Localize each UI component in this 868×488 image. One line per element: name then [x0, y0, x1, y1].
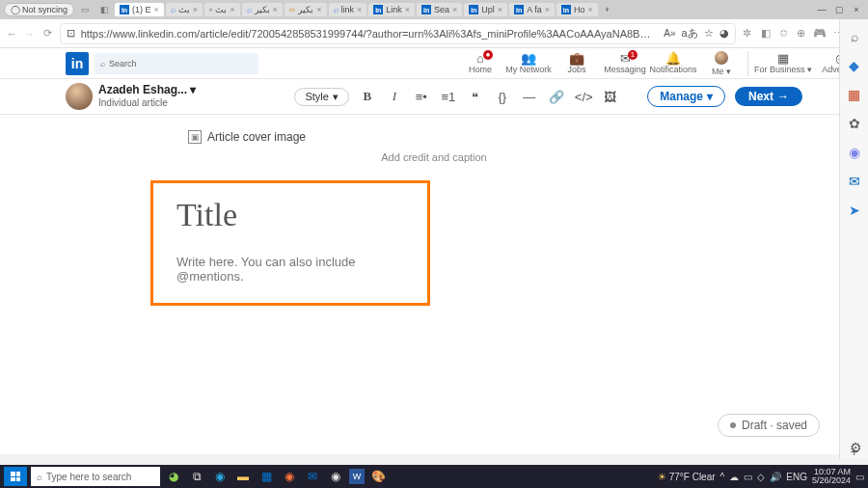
- linkedin-search[interactable]: ⌕ Search: [95, 53, 258, 74]
- credit-caption-input[interactable]: Add credit and caption: [0, 151, 868, 163]
- nav-home[interactable]: ⌂●Home: [456, 52, 504, 74]
- manage-button[interactable]: Manage▾: [647, 86, 725, 107]
- site-info-icon[interactable]: ⊡: [67, 27, 75, 40]
- author-block[interactable]: Azadeh Eshag... ▾ Individual article: [66, 83, 196, 110]
- browser-tab[interactable]: inLink×: [368, 3, 415, 16]
- taskbar-search[interactable]: ⌕Type here to search: [31, 467, 160, 486]
- linkedin-favicon-icon: in: [514, 5, 524, 14]
- italic-button[interactable]: I: [386, 89, 403, 104]
- browser-tab[interactable]: ⌕بكير×: [242, 3, 283, 16]
- close-icon[interactable]: ×: [357, 5, 362, 14]
- close-icon[interactable]: ×: [587, 5, 592, 14]
- tools-sidebar-icon[interactable]: ✿: [849, 116, 860, 131]
- search-sidebar-icon[interactable]: ⌕: [851, 29, 858, 44]
- volume-icon[interactable]: 🔊: [770, 472, 781, 482]
- shopping-sidebar-icon[interactable]: ◆: [849, 58, 859, 73]
- maximize-button[interactable]: ▢: [831, 5, 847, 14]
- word-icon[interactable]: W: [349, 469, 365, 484]
- onedrive-icon[interactable]: ☁: [729, 472, 739, 482]
- start-button[interactable]: [4, 467, 27, 486]
- tab-overview-icon[interactable]: ◧: [95, 1, 113, 18]
- chevron-up-icon[interactable]: ^: [720, 472, 725, 482]
- browser-tab[interactable]: ⌕link×: [329, 3, 367, 16]
- browser-tab[interactable]: inA fa×: [509, 3, 555, 16]
- translate-icon[interactable]: aあ: [682, 26, 698, 41]
- games-icon[interactable]: 🎮: [813, 25, 827, 42]
- calendar-icon[interactable]: ▦: [257, 467, 276, 486]
- browser-tab[interactable]: ⌕بث×: [166, 3, 203, 16]
- close-icon[interactable]: ×: [498, 5, 502, 14]
- browser-tab[interactable]: inSea×: [417, 3, 462, 16]
- reader-icon[interactable]: A»: [664, 28, 675, 39]
- favorites-bar-icon[interactable]: ✩: [777, 25, 790, 42]
- close-icon[interactable]: ×: [316, 5, 321, 14]
- office-sidebar-icon[interactable]: ▦: [848, 87, 860, 102]
- link-button[interactable]: 🔗: [548, 90, 565, 104]
- browser-tab[interactable]: inUpl×: [464, 3, 507, 16]
- chrome-icon[interactable]: ◉: [326, 467, 345, 486]
- linkedin-logo[interactable]: in: [66, 52, 89, 75]
- firefox-icon[interactable]: ◉: [280, 467, 299, 486]
- paint-icon[interactable]: 🎨: [368, 467, 388, 486]
- nav-business[interactable]: ▦For Business ▾: [750, 52, 816, 74]
- extensions-icon[interactable]: ✲: [742, 25, 754, 42]
- refresh-button[interactable]: ⟳: [41, 25, 54, 42]
- bold-button[interactable]: B: [359, 89, 376, 104]
- new-tab-button[interactable]: +: [600, 5, 615, 14]
- workspaces-icon[interactable]: ▭: [76, 1, 94, 18]
- close-window-button[interactable]: ×: [849, 5, 864, 14]
- close-icon[interactable]: ×: [273, 5, 278, 14]
- divider-button[interactable]: —: [521, 90, 538, 104]
- sync-status[interactable]: ◯ Not syncing: [4, 3, 74, 16]
- style-dropdown[interactable]: Style▾: [294, 88, 348, 106]
- embed-button[interactable]: </>: [575, 90, 592, 104]
- send-sidebar-icon[interactable]: ➤: [849, 203, 860, 218]
- url-input[interactable]: ⊡ https://www.linkedin.com/article/edit/…: [60, 23, 736, 44]
- nav-jobs[interactable]: 💼Jobs: [553, 52, 601, 74]
- article-title-input[interactable]: Title: [176, 197, 404, 233]
- back-button[interactable]: ←: [6, 25, 18, 42]
- explorer-icon[interactable]: ▬: [233, 467, 253, 486]
- cover-image-placeholder[interactable]: ▣ Article cover image: [188, 130, 868, 144]
- bullet-list-button[interactable]: ≡•: [413, 90, 430, 104]
- nav-messaging[interactable]: ✉1Messaging: [601, 52, 649, 74]
- numbered-list-button[interactable]: ≡1: [440, 90, 457, 104]
- nav-me[interactable]: Me ▾: [697, 51, 746, 76]
- browser-tab[interactable]: in(1) E×: [115, 3, 164, 16]
- image-button[interactable]: 🖼: [602, 90, 619, 104]
- close-icon[interactable]: ×: [405, 5, 410, 14]
- favorite-icon[interactable]: ☆: [704, 27, 714, 40]
- nav-network[interactable]: 👥My Network: [504, 52, 553, 74]
- close-icon[interactable]: ×: [545, 5, 550, 14]
- close-icon[interactable]: ×: [154, 5, 159, 14]
- cortana-icon[interactable]: ◕: [164, 467, 183, 486]
- nav-notifications[interactable]: 🔔Notifications: [649, 52, 697, 74]
- taskbar-clock[interactable]: 10:07 AM 5/26/2024: [812, 468, 851, 485]
- forward-button[interactable]: →: [24, 25, 37, 42]
- minimize-button[interactable]: —: [814, 5, 829, 14]
- next-button[interactable]: Next→: [735, 87, 802, 106]
- mail-icon[interactable]: ✉: [303, 467, 322, 486]
- close-icon[interactable]: ×: [452, 5, 457, 14]
- edge-icon[interactable]: ◉: [210, 467, 230, 486]
- quote-button[interactable]: ❝: [467, 90, 484, 104]
- language-indicator[interactable]: ENG: [786, 472, 807, 482]
- notifications-icon[interactable]: ▭: [855, 472, 864, 482]
- weather-widget[interactable]: ☀ 77°F Clear: [658, 472, 716, 482]
- browser-tab[interactable]: ∞بكير×: [285, 3, 327, 16]
- wifi-icon[interactable]: ◇: [757, 472, 765, 482]
- teams-sidebar-icon[interactable]: ◉: [849, 145, 860, 160]
- task-view-icon[interactable]: ⧉: [187, 467, 206, 486]
- article-body-input[interactable]: Write here. You can also include @mentio…: [176, 255, 404, 284]
- close-icon[interactable]: ×: [193, 5, 198, 14]
- browser-tab[interactable]: ▫بث×: [204, 3, 239, 16]
- extension-dot-icon[interactable]: ◕: [719, 27, 729, 40]
- split-screen-icon[interactable]: ◧: [759, 25, 772, 42]
- browser-tab[interactable]: inHo×: [556, 3, 598, 16]
- code-block-button[interactable]: {}: [494, 90, 511, 104]
- outlook-sidebar-icon[interactable]: ✉: [849, 174, 860, 189]
- close-icon[interactable]: ×: [230, 5, 234, 14]
- battery-icon[interactable]: ▭: [744, 472, 752, 482]
- settings-icon[interactable]: ⚙: [850, 440, 862, 455]
- collections-icon[interactable]: ⊕: [795, 25, 807, 42]
